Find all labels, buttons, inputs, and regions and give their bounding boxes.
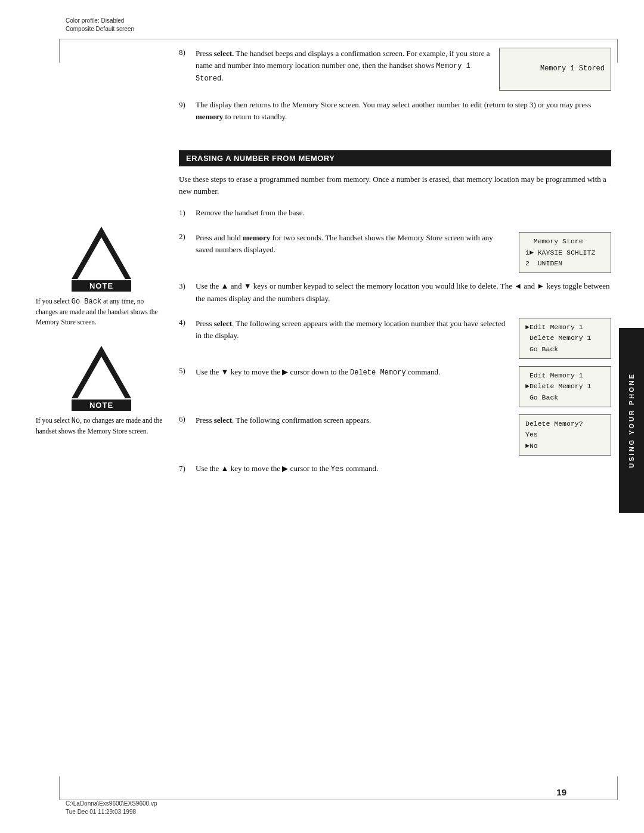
step5-num: 5) (179, 366, 196, 376)
step8-bold: select. (214, 49, 234, 58)
left-sidebar: NOTE If you select Go Back at any time, … (36, 227, 167, 448)
section-header: ERASING A NUMBER FROM MEMORY (179, 150, 611, 166)
step5-row: 5) Use the ▼ key to move the ▶ cursor do… (179, 366, 611, 407)
step4-bold: select (214, 319, 232, 328)
divider-right-top (617, 39, 618, 63)
step6-lcd: Delete Memory? Yes ►No (519, 414, 611, 456)
step8-lcd: Memory 1 Stored (499, 48, 611, 91)
step1-row: 1) Remove the handset from the base. (179, 207, 611, 225)
step2-content: Press and hold memory for two seconds. T… (196, 232, 510, 256)
step5-text-after: command. (406, 367, 441, 376)
bottom-meta: C:\LaDonna\Exs9600\EXS9600.vp Tue Dec 01… (66, 800, 157, 816)
step6-text-after: . The following confirmation screen appe… (232, 416, 371, 425)
step2-num: 2) (179, 232, 196, 241)
step1-content: Remove the handset from the base. (196, 207, 611, 219)
intro-para: Use these steps to erase a programmed nu… (179, 174, 611, 197)
note2-mono: No (72, 417, 80, 425)
bottom-meta-line2: Tue Dec 01 11:29:03 1998 (66, 808, 157, 816)
step6-content: Press select. The following confirmation… (196, 414, 510, 426)
step1-num: 1) (179, 207, 196, 225)
step7-row: 7) Use the ▲ key to move the ▶ cursor to… (179, 463, 611, 481)
note2-text: If you select No, no changes are made an… (36, 416, 167, 436)
step9-bold: memory (196, 112, 223, 121)
step7-content: Use the ▲ key to move the ▶ cursor to th… (196, 463, 611, 475)
step4-lcd: ►Edit Memory 1 Delete Memory 1 Go Back (519, 318, 611, 359)
divider-right-bottom (617, 776, 618, 800)
step3-content: Use the ▲ and ▼ keys or number keypad to… (196, 280, 611, 304)
step9-content: The display then returns to the Memory S… (196, 99, 611, 123)
note2-triangle-icon (72, 346, 131, 398)
step2-lcd: Memory Store 1► KAYSIE SCHLITZ 2 UNIDEN (519, 232, 611, 273)
main-content: 8) Press select. The handset beeps and d… (179, 48, 611, 785)
step4-content: Press select. The following screen appea… (196, 318, 510, 342)
top-meta-line1: Color profile: Disabled (66, 17, 134, 25)
side-tab-text: USING YOUR PHONE (628, 373, 635, 468)
step8-num: 8) (179, 48, 196, 57)
step3-num: 3) (179, 280, 196, 310)
divider-left-bottom (59, 776, 60, 800)
divider-left-top (59, 39, 60, 63)
step6-row: 6) Press select. The following confirmat… (179, 414, 611, 456)
note1-mono: Go Back (72, 298, 101, 306)
step6-num: 6) (179, 414, 196, 424)
step2-bold: memory (243, 233, 270, 242)
page-container: Color profile: Disabled Composite Defaul… (0, 0, 644, 833)
step9-end: to return to standby. (223, 112, 287, 121)
note1-text: If you select Go Back at any time, no ch… (36, 296, 167, 328)
note1-triangle-icon (72, 227, 131, 279)
bottom-meta-line1: C:\LaDonna\Exs9600\EXS9600.vp (66, 800, 157, 808)
step6-bold: select (214, 416, 232, 425)
step7-text-after: command. (343, 464, 378, 473)
note1-block: NOTE If you select Go Back at any time, … (36, 227, 167, 328)
step4-num: 4) (179, 318, 196, 327)
note2-text-after: , no changes are made and the handset sh… (36, 417, 162, 435)
step7-num: 7) (179, 463, 196, 481)
top-meta-line2: Composite Default screen (66, 25, 134, 33)
note2-block: NOTE If you select No, no changes are ma… (36, 346, 167, 436)
step5-mono: Delete Memory (350, 368, 406, 377)
step9-num: 9) (179, 99, 196, 129)
divider-top (60, 39, 617, 39)
step3-row: 3) Use the ▲ and ▼ keys or number keypad… (179, 280, 611, 310)
note2-label: NOTE (72, 400, 131, 411)
note1-label: NOTE (72, 280, 131, 292)
step7-mono: Yes (331, 465, 344, 473)
top-meta: Color profile: Disabled Composite Defaul… (66, 17, 134, 33)
step5-content: Use the ▼ key to move the ▶ cursor down … (196, 366, 510, 379)
step4-row: 4) Press select. The following screen ap… (179, 318, 611, 359)
step9-row: 9) The display then returns to the Memor… (179, 99, 611, 129)
step8-content: Press select. The handset beeps and disp… (196, 48, 491, 84)
page-number: 19 (556, 787, 566, 797)
step4-text-after: . The following screen appears with the … (196, 319, 505, 340)
side-tab: USING YOUR PHONE (619, 328, 644, 513)
step8-row: 8) Press select. The handset beeps and d… (179, 48, 611, 91)
step2-row: 2) Press and hold memory for two seconds… (179, 232, 611, 273)
step5-lcd: Edit Memory 1 ►Delete Memory 1 Go Back (519, 366, 611, 407)
step2-text-after: for two seconds. The handset shows the M… (196, 233, 493, 254)
step8-end: . (221, 73, 223, 82)
